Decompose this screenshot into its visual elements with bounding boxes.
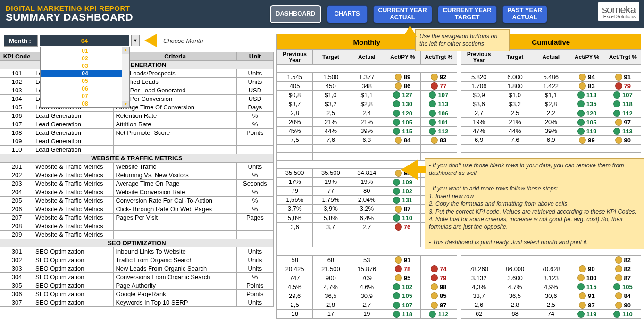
pct-value: 87	[624, 274, 631, 281]
status-dot	[577, 128, 585, 135]
pct-value: 76	[404, 223, 410, 231]
month-select[interactable]: 04 01 02 03 04 05 06 07 08 ▲ ▼	[40, 35, 129, 46]
pct-value: 131	[402, 197, 412, 204]
nav-dashboard[interactable]: DASHBOARD	[270, 5, 321, 23]
status-dot	[431, 265, 438, 272]
col-header: Actual	[533, 50, 569, 65]
kpi-criteria: Net Promoter Score	[114, 129, 236, 137]
kpi-unit: Units	[236, 298, 273, 307]
pct-value: 99	[588, 137, 594, 144]
kpi-unit: %	[236, 188, 273, 197]
table-row: 2,52,82,710797	[277, 300, 457, 309]
col-header: Actual	[349, 50, 385, 65]
month-dropdown-list[interactable]: 01 02 03 04 05 06 07 08 ▲ ▼	[40, 47, 130, 108]
table-row: 78.26086.00070.6289082	[461, 264, 641, 273]
month-option[interactable]: 06	[41, 85, 129, 92]
kpi-category: SEO Optimization	[33, 264, 114, 273]
nav-cy-target[interactable]: CURRENT YEAR TARGET	[438, 5, 497, 23]
table-row: 7479007099579	[277, 273, 457, 282]
status-dot	[613, 283, 620, 290]
kpi-code: 301	[0, 248, 33, 256]
pct-value: 95	[404, 274, 410, 281]
status-dot	[615, 137, 622, 144]
month-option[interactable]: 02	[41, 55, 129, 62]
pct-value: 83	[588, 82, 594, 90]
chevron-down-icon[interactable]: ▼	[131, 35, 140, 46]
status-dot	[395, 82, 402, 90]
table-row: 1.5451.5001.3778992	[277, 73, 457, 82]
col-header: Act/Trgt %	[421, 50, 457, 65]
kpi-code: 303	[0, 264, 33, 273]
table-row: 626874119110	[461, 309, 641, 318]
status-dot	[395, 206, 402, 213]
table-row: 304 SEO Optimization Conversions From Or…	[0, 273, 274, 281]
kpi-code: 307	[0, 298, 33, 307]
status-dot	[393, 283, 400, 290]
kpi-code: 208	[0, 222, 33, 231]
nav-charts[interactable]: CHARTS	[327, 5, 368, 23]
pct-value: 90	[624, 302, 631, 309]
logo: someka Excel Solutions	[598, 2, 639, 21]
status-dot	[393, 302, 400, 309]
table-row: 201 Website & Traffic Metrics Website Tr…	[0, 163, 274, 171]
kpi-unit: Points	[236, 290, 273, 298]
pct-value: 113	[586, 91, 597, 99]
kpi-code: 201	[0, 163, 33, 171]
status-dot	[615, 302, 622, 309]
status-dot	[431, 283, 438, 290]
pct-value: 107	[622, 91, 633, 99]
kpi-category: Lead Generation	[33, 112, 114, 120]
table-row: 58685391	[277, 256, 457, 264]
kpi-code: 108	[0, 129, 33, 137]
month-option[interactable]: 01	[41, 47, 129, 55]
kpi-criteria: Average Time Of Conversion	[114, 103, 236, 112]
status-dot	[393, 188, 400, 195]
pct-value: 79	[440, 274, 446, 281]
kpi-code: 209	[0, 231, 33, 239]
table-row: 301 SEO Optimization Inbound Links To We…	[0, 248, 274, 256]
status-dot	[577, 274, 585, 281]
status-dot	[613, 100, 620, 107]
kpi-code: 109	[0, 137, 33, 146]
section-web: WEBSITE & TRAFFIC METRICS	[0, 154, 274, 163]
kpi-criteria: Google PageRank	[114, 290, 236, 298]
table-row: $0,9$1,0$1,1113107	[461, 91, 641, 99]
kpi-criteria	[114, 231, 236, 239]
kpi-criteria: Traffic From Organic Search	[114, 256, 236, 264]
arrow-left-icon	[401, 159, 418, 180]
kpi-unit: Units	[236, 248, 273, 256]
dropdown-scrollbar[interactable]: ▲ ▼	[122, 47, 129, 107]
table-row: 161719118112	[277, 309, 457, 318]
kpi-criteria: Conversion Rate For Call-To-Action	[114, 197, 236, 205]
kpi-criteria: New Leads/Prospects	[114, 69, 236, 78]
month-option[interactable]: 03	[41, 62, 129, 70]
nav-buttons: DASHBOARD CHARTS CURRENT YEAR ACTUAL CUR…	[270, 5, 638, 23]
kpi-unit	[236, 222, 273, 231]
kpi-criteria: Average Time On Page	[114, 180, 236, 188]
month-option[interactable]: 08	[41, 100, 129, 107]
nav-cy-actual[interactable]: CURRENT YEAR ACTUAL	[373, 5, 432, 23]
scroll-down-icon[interactable]: ▼	[122, 101, 129, 107]
pct-value: 101	[438, 119, 448, 126]
kpi-criteria: Inbound Links To Website	[114, 248, 236, 256]
month-option-selected[interactable]: 04	[41, 70, 129, 77]
month-option[interactable]: 07	[41, 92, 129, 100]
pct-value: 74	[440, 265, 446, 272]
month-option[interactable]: 05	[41, 77, 129, 85]
status-dot	[431, 302, 438, 309]
kpi-criteria: Cost Per Conversion	[114, 95, 236, 103]
month-label: Month :	[4, 35, 38, 47]
pct-value: 84	[624, 292, 631, 299]
table-row: 4,5%4,7%4,6%10298	[277, 282, 457, 291]
pct-value: 110	[622, 311, 633, 318]
kpi-unit: Units	[236, 163, 273, 171]
pct-value: 112	[438, 128, 448, 135]
pct-value: 115	[402, 128, 412, 135]
scroll-up-icon[interactable]: ▲	[122, 47, 129, 54]
nav-py-actual[interactable]: PAST YEAR ACTUAL	[502, 5, 547, 23]
status-dot	[429, 91, 436, 99]
pct-value: 89	[404, 74, 410, 81]
kpi-category: SEO Optimization	[33, 273, 114, 281]
col-header: Act/PY %	[569, 50, 605, 65]
status-dot	[431, 274, 438, 281]
